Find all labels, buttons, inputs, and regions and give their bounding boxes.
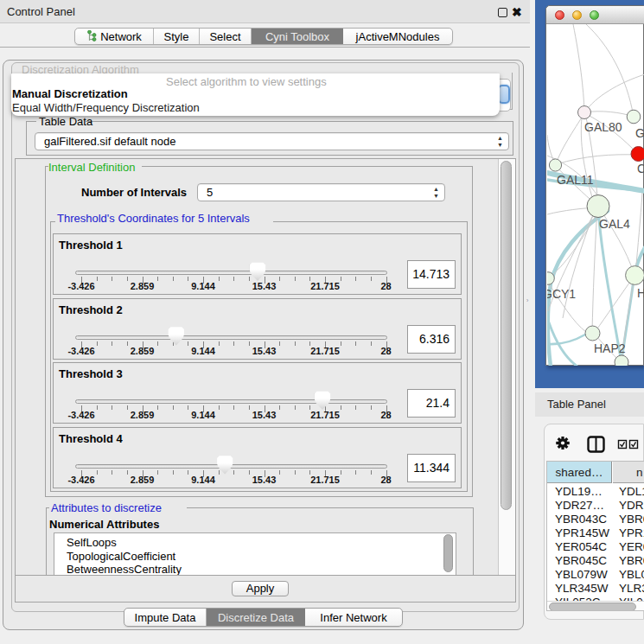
svg-text:GAL4: GAL4 — [599, 217, 630, 231]
svg-text:H: H — [637, 286, 644, 300]
svg-text:C: C — [637, 162, 644, 175]
svg-text:GAL80: GAL80 — [584, 120, 622, 134]
svg-text:GCY1: GCY1 — [547, 287, 576, 301]
svg-text:HAP2: HAP2 — [594, 341, 626, 355]
svg-text:GA: GA — [635, 126, 644, 140]
svg-text:GAL11: GAL11 — [557, 173, 594, 187]
